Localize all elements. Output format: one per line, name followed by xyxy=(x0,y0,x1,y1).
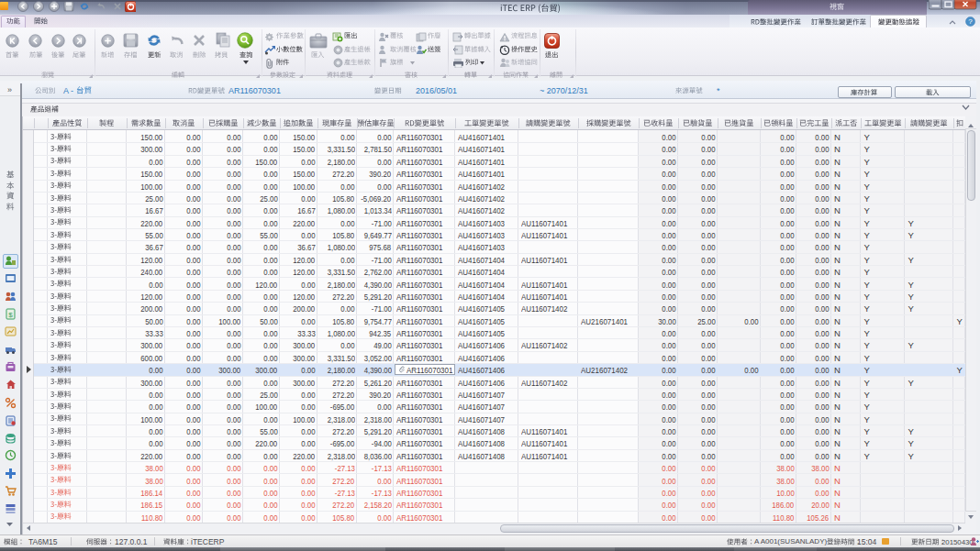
svg-text:$: $ xyxy=(8,311,13,319)
svg-text:?: ? xyxy=(968,17,973,26)
